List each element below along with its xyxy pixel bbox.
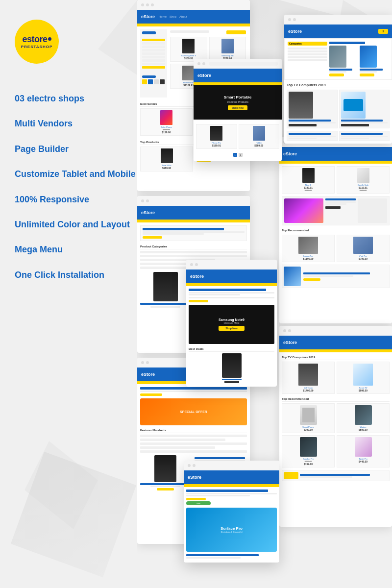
product-img	[221, 39, 234, 53]
product-item: Tablet $289.00	[239, 124, 280, 149]
product-item: Smart Phone $399.00	[282, 403, 335, 433]
ss-nav-8: eStore	[184, 470, 279, 484]
screenshot-hero-center: eStore Smart Portable Discover Products …	[194, 59, 282, 161]
cart-icon: 3	[378, 29, 388, 34]
ss-nav-4: eStore	[137, 206, 250, 220]
left-panel: estore PRESTASHOP 03 electro shops Multi…	[0, 0, 157, 588]
ss-section-label: Product Categories	[140, 244, 247, 249]
product-item: Note 9 $189.91 $219.00	[282, 166, 335, 194]
ss-section-title-3: Best Deals	[189, 346, 274, 352]
product-img	[182, 66, 195, 80]
hero-sub: Discover Products	[227, 100, 248, 103]
product-img	[182, 39, 195, 53]
product-price: $449.00	[359, 460, 368, 463]
menu-heading: Categories	[288, 42, 327, 46]
ss-header-5	[186, 260, 277, 270]
ss-pagination-2: 1 2	[196, 151, 279, 159]
cat-item	[142, 56, 165, 58]
product-text	[302, 271, 388, 282]
product-card-bottom	[140, 455, 191, 490]
cat-item	[142, 39, 165, 41]
cat-item	[142, 49, 165, 51]
product-price: $1100.00	[303, 257, 314, 260]
ss-nav-items-1: Home Shop About	[159, 15, 187, 18]
feature-item-electro-shops[interactable]: 03 electro shops	[15, 93, 142, 104]
ss-content-right-mid: Note 9 $189.91 $219.00 Candle Spkr $119.…	[279, 164, 392, 291]
product-item: iPad Pro $799.00	[337, 235, 390, 262]
ss-nav-2: eStore	[194, 69, 282, 82]
hero-banner: Samsung Note9 Discover More Shop Now	[189, 305, 274, 344]
menu-column: Categories	[288, 42, 327, 76]
ss-nav-item: Home	[159, 15, 167, 18]
screenshot-center-middle: eStore Samsung Note9 Discover	[186, 260, 277, 387]
product-card-3	[222, 353, 242, 384]
product-price: $119.00	[162, 131, 171, 134]
product-img	[298, 237, 318, 254]
product-price: $1400.00	[303, 389, 314, 392]
ss-nav-logo-9: eStore	[283, 340, 297, 345]
menu-product	[360, 46, 389, 76]
top-recommended: Top Recommended	[282, 228, 390, 233]
bottom-promo	[282, 470, 390, 481]
feature-list: 03 electro shops Multi Vendors Page Buil…	[15, 93, 142, 281]
mega-menu-dropdown: Categories	[284, 38, 392, 80]
product-price: $159.00	[304, 463, 313, 466]
product-price: $999.00	[359, 389, 368, 392]
product-detail: New	[186, 490, 277, 505]
product-img	[161, 148, 173, 163]
screenshot-center-bottom: eStore New	[184, 461, 279, 563]
ss-nav-6: eStore	[279, 147, 392, 161]
product-img	[210, 126, 222, 141]
right-panel: eStore Home Shop About	[137, 0, 392, 588]
ss-nav-logo-1: eStore	[141, 14, 155, 19]
ss-nav-1: eStore Home Shop About	[137, 10, 250, 24]
logo: estore PRESTASHOP	[15, 20, 59, 64]
feature-item-mega-menu[interactable]: Mega Menu	[15, 244, 142, 255]
product-img-side	[358, 198, 387, 223]
feature-item-unlimited-color[interactable]: Unlimited Color and Layout	[15, 219, 142, 230]
ss-nav-logo-7: eStore	[141, 372, 155, 377]
ss-content-bottom-right: Top TV Computers 2019 Dell Tower $1400.0…	[279, 352, 392, 484]
product-item: Speaker Pro $200.00 $159.00	[282, 435, 335, 467]
screenshot-right-middle: eStore Note 9 $189.91 $219.00 Candle Spk…	[279, 137, 392, 323]
ss-nav-logo-4: eStore	[141, 210, 155, 215]
feature-item-customize-tablet[interactable]: Customize Tablet and Mobile	[15, 169, 142, 180]
ss-nav-logo-2: eStore	[197, 73, 211, 78]
product-card	[287, 90, 338, 128]
ss-sidebar	[140, 29, 167, 98]
top-tv-computers: Top TV Computers 2019	[282, 355, 390, 360]
product-grid: Phone Pro $189.91 Tablet $289.00	[196, 124, 279, 149]
product-item: Color Phone $150.00 $119.00	[140, 108, 193, 136]
category-list	[142, 37, 165, 72]
product-card	[140, 225, 247, 241]
screenshots-container: eStore Home Shop About	[137, 0, 392, 588]
product-item: Washer $599.00	[337, 403, 390, 433]
product-info	[140, 387, 247, 396]
ss-header-4	[137, 196, 250, 206]
ss-section-title-bl: Featured Products	[140, 428, 247, 433]
feature-item-page-builder[interactable]: Page Builder	[15, 144, 142, 155]
surface-banner: Surface Pro Portable & Powerful	[186, 508, 277, 552]
product-item: Smart TV $999.00	[337, 362, 390, 394]
feature-item-responsive[interactable]: 100% Responsive	[15, 194, 142, 205]
product-info	[325, 198, 356, 223]
ss-nav-9: eStore	[279, 336, 392, 349]
ss-below-menu: Top TV Computers 2019	[284, 80, 392, 144]
product-price: $599.00	[359, 428, 368, 431]
product-item: Samsung Tab $289.00	[209, 37, 246, 62]
promo-banner: SPECIAL OFFER	[140, 398, 247, 425]
product-price: $189.00	[162, 167, 171, 170]
feature-item-one-click[interactable]: One Click Installation	[15, 270, 142, 281]
feature-item-multi-vendors[interactable]: Multi Vendors	[15, 118, 142, 129]
product-row	[282, 265, 390, 288]
product-feature	[189, 289, 274, 302]
cat-item	[142, 46, 165, 48]
ss-nav-3: eStore 3	[284, 24, 392, 38]
product-item: Laptop Pro $1100.00	[282, 235, 335, 262]
product-item: Tablet Pro $449.00	[337, 435, 390, 467]
menu-product	[329, 46, 358, 76]
product-feature-row: New	[186, 490, 277, 505]
cat-item	[142, 52, 165, 55]
product-price: $289.00	[254, 144, 263, 147]
product-card	[339, 131, 390, 141]
